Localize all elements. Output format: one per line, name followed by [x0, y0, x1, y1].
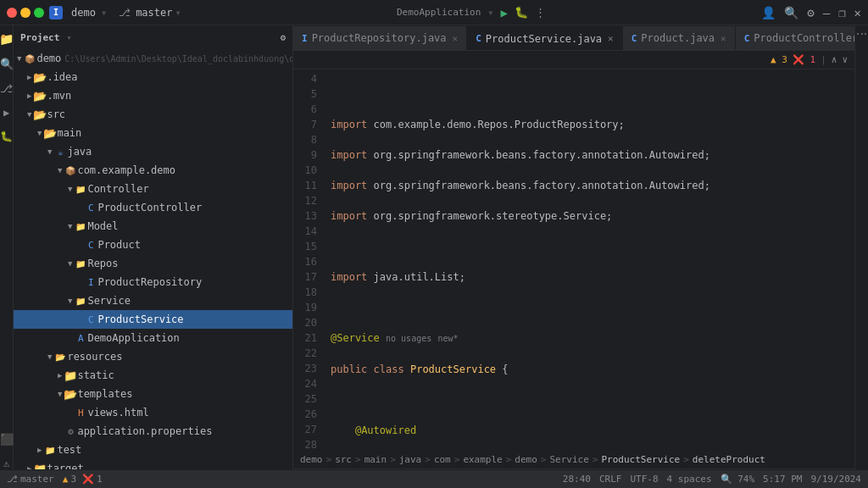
- project-name[interactable]: demo: [71, 7, 96, 19]
- git-status[interactable]: ⎇ master: [7, 474, 54, 485]
- problems-icon[interactable]: ⚠: [3, 458, 9, 469]
- tree-item-product-service[interactable]: ▶ C ProductService: [14, 310, 292, 329]
- package-icon: 📦: [64, 164, 77, 177]
- close-icon[interactable]: ✕: [721, 33, 726, 44]
- bc-item[interactable]: example: [463, 454, 502, 465]
- code-content[interactable]: import com.example.demo.Repos.ProductRep…: [324, 69, 854, 451]
- maximize-dot[interactable]: [34, 8, 44, 18]
- chevron-right-icon: ▶: [27, 464, 31, 469]
- sidebar-gear-icon[interactable]: ⚙: [280, 32, 286, 43]
- tree-item-com-example[interactable]: ▼ 📦 com.example.demo: [14, 161, 292, 180]
- warnings-status[interactable]: ▲ 3 ❌ 1: [63, 474, 103, 485]
- minimize-button[interactable]: —: [823, 6, 830, 19]
- chevron-down-icon: ▼: [68, 222, 72, 230]
- tree-item-demo-application[interactable]: ▶ A DemoApplication: [14, 329, 292, 347]
- bc-item[interactable]: demo: [515, 454, 537, 465]
- close-button[interactable]: ✕: [854, 6, 861, 19]
- tree-item-idea[interactable]: ▶ 📂 .idea: [14, 68, 292, 86]
- bc-item-product-service[interactable]: ProductService: [601, 454, 680, 465]
- bc-item[interactable]: java: [399, 454, 422, 465]
- bc-separator: >: [326, 454, 332, 465]
- close-icon[interactable]: ✕: [608, 33, 614, 44]
- search-files-icon[interactable]: 🔍: [0, 58, 14, 70]
- settings-button[interactable]: ⚙: [807, 6, 814, 19]
- tree-item-model[interactable]: ▼ 📁 Model: [14, 217, 292, 236]
- charset[interactable]: UTF-8: [630, 474, 658, 485]
- run-icon-left[interactable]: ▶: [3, 107, 9, 119]
- chevron-down-icon: ▼: [58, 390, 62, 398]
- tree-label: views.html: [87, 407, 148, 419]
- tree-item-target[interactable]: ▶ 📁 target: [14, 459, 292, 469]
- tree-item-application-properties[interactable]: ▶ ⚙ application.properties: [14, 422, 292, 441]
- tree-item-test[interactable]: ▶ 📁 test: [14, 441, 292, 459]
- tree-item-product-repository[interactable]: ▶ I ProductRepository: [14, 273, 292, 291]
- encoding[interactable]: CRLF: [599, 474, 622, 485]
- user-button[interactable]: 👤: [761, 6, 776, 19]
- tree-item-product[interactable]: ▶ C Product: [14, 236, 292, 254]
- git-icon-left[interactable]: ⎇: [0, 82, 13, 95]
- debug-button[interactable]: 🐛: [515, 6, 528, 19]
- git-icon: ⎇: [119, 7, 131, 19]
- tree-item-repos[interactable]: ▼ 📁 Repos: [14, 254, 292, 273]
- tree-item-static[interactable]: ▶ 📁 static: [14, 366, 292, 385]
- tree-item-resources[interactable]: ▼ 📂 resources: [14, 347, 292, 366]
- right-panel-icon[interactable]: ⋮: [856, 29, 868, 39]
- bc-item[interactable]: src: [335, 454, 352, 465]
- tree-item-service[interactable]: ▼ 📁 Service: [14, 291, 292, 310]
- tab-label: ProductController.java: [754, 32, 854, 44]
- chevron-down-icon: ▼: [68, 297, 72, 305]
- bc-item[interactable]: demo: [300, 454, 323, 465]
- left-actionbar: 📁 🔍 ⎇ ▶ 🐛 ⬛ ⚠: [0, 25, 14, 469]
- bc-separator: >: [355, 454, 361, 465]
- tree-label: templates: [77, 388, 132, 400]
- error-count: ❌ 1: [793, 54, 815, 65]
- right-panel: ⋮: [854, 25, 868, 469]
- tree-item-controller[interactable]: ▼ 📁 Controller: [14, 180, 292, 198]
- window-controls: [7, 8, 44, 18]
- tab-label: Product.java: [641, 32, 715, 44]
- sidebar-header: Project ▾ ⚙: [14, 25, 292, 49]
- project-sidebar: Project ▾ ⚙ ▼ 📦 demo C:\Users\Admin\Desk…: [14, 25, 293, 469]
- app-icon: I: [49, 6, 63, 19]
- tree-item-src[interactable]: ▼ 📂 src: [14, 105, 292, 124]
- errors-count: 1: [97, 474, 103, 485]
- statusbar: ⎇ master ▲ 3 ❌ 1 28:40 CRLF UTF-8 4 spac…: [0, 469, 868, 488]
- search-button[interactable]: 🔍: [784, 6, 798, 19]
- app-name: DemoApplication: [397, 7, 481, 18]
- bc-item-delete-product[interactable]: deleteProduct: [693, 454, 765, 465]
- tree-item-demo[interactable]: ▼ 📦 demo C:\Users\Admin\Desktop\Ideal_do…: [14, 49, 292, 68]
- folder-icon: 📁: [43, 443, 57, 457]
- tree-item-main[interactable]: ▼ 📂 main: [14, 124, 292, 142]
- restore-button[interactable]: ❐: [838, 6, 845, 19]
- close-dot[interactable]: [7, 8, 17, 18]
- git-branch[interactable]: master ▾: [136, 7, 181, 19]
- tree-label: static: [77, 369, 114, 381]
- tree-item-views-html[interactable]: ▶ H views.html: [14, 403, 292, 422]
- project-tree-icon[interactable]: 📁: [0, 32, 14, 46]
- tab-label: ProductRepository.java: [312, 32, 447, 44]
- folder-icon: 📂: [43, 126, 57, 140]
- bc-item[interactable]: com: [434, 454, 451, 465]
- tree-item-mvn[interactable]: ▶ 📂 .mvn: [14, 86, 292, 105]
- zoom-level[interactable]: 🔍 74%: [721, 474, 755, 485]
- tab-product-service[interactable]: C ProductService.java ✕: [467, 26, 623, 50]
- close-icon[interactable]: ✕: [453, 33, 459, 44]
- bc-item-service[interactable]: Service: [549, 454, 588, 465]
- indent[interactable]: 4 spaces: [667, 474, 712, 485]
- minimize-dot[interactable]: [20, 8, 31, 18]
- terminal-icon[interactable]: ⬛: [0, 433, 14, 446]
- nav-up-icon[interactable]: ∧: [832, 54, 837, 65]
- nav-down-icon[interactable]: ∨: [842, 54, 848, 65]
- tree-item-product-controller[interactable]: ▶ C ProductController: [14, 198, 292, 217]
- tree-item-java[interactable]: ▼ ☕ java: [14, 142, 292, 161]
- breadcrumb: demo > src > main > java > com > example…: [293, 451, 854, 469]
- more-run-button[interactable]: ⋮: [535, 6, 546, 19]
- run-button[interactable]: ▶: [501, 6, 508, 19]
- debug-icon-left[interactable]: 🐛: [0, 130, 13, 142]
- tab-product[interactable]: C Product.java ✕: [623, 26, 736, 50]
- tab-product-controller[interactable]: C ProductController.java ✕: [736, 26, 854, 50]
- code-editor[interactable]: 4 5 6 7 8 9 10 11 12 13 14 15 16 17 18 1…: [293, 69, 854, 451]
- tree-item-templates[interactable]: ▼ 📂 templates: [14, 385, 292, 403]
- bc-item[interactable]: main: [364, 454, 387, 465]
- tab-product-repository[interactable]: I ProductRepository.java ✕: [293, 26, 467, 50]
